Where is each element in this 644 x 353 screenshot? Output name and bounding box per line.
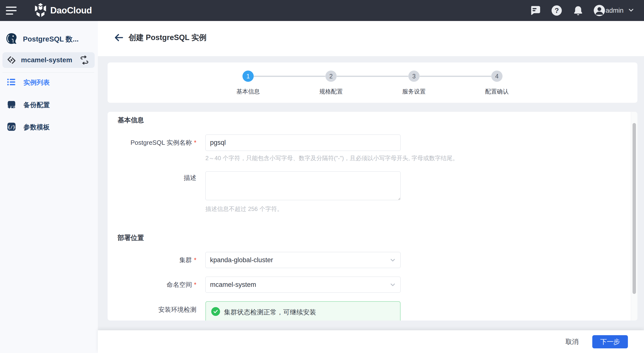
- form-panel: 基本信息 PostgreSQL 实例名称* 2～40 个字符，只能包含小写字母、…: [108, 112, 638, 320]
- scrollbar-thumb[interactable]: [632, 123, 636, 294]
- step-1-label: 基本信息: [206, 88, 290, 96]
- daocloud-logo-icon: [34, 3, 47, 18]
- namespace-select[interactable]: mcamel-system: [206, 277, 400, 293]
- step-2-label: 规格配置: [290, 88, 372, 96]
- product-header: PostgreSQL 数...: [0, 21, 98, 46]
- workspace-name: mcamel-system: [21, 56, 72, 64]
- notification-icon[interactable]: [572, 5, 584, 16]
- step-3-circle[interactable]: 3: [408, 71, 420, 82]
- app: DaoCloud ?: [0, 0, 644, 353]
- stepper-labels: 基本信息 规格配置 服务设置 配置确认: [206, 88, 538, 96]
- sidebar-divider: [2, 72, 94, 73]
- section-title-basic: 基本信息: [118, 116, 144, 125]
- topbar-actions: ? admin: [529, 5, 644, 16]
- sidebar-item-instance-list[interactable]: 实例列表: [0, 76, 98, 90]
- postgresql-logo-icon: [5, 33, 18, 46]
- page-title: 创建 PostgreSQL 实例: [128, 33, 206, 43]
- workspace-switcher[interactable]: mcamel-system: [2, 52, 95, 68]
- step-1-circle[interactable]: 1: [242, 71, 254, 82]
- step-4-label: 配置确认: [456, 88, 538, 96]
- next-button[interactable]: 下一步: [592, 335, 628, 348]
- svg-text:{/}: {/}: [8, 125, 15, 130]
- namespace-selected-value: mcamel-system: [210, 281, 256, 288]
- sidebar-item-label: 实例列表: [24, 78, 50, 87]
- workspace-icon: [7, 56, 16, 65]
- step-4-circle[interactable]: 4: [491, 71, 502, 82]
- chevron-down-icon: [628, 6, 635, 15]
- required-asterisk: *: [194, 139, 196, 146]
- brand: DaoCloud: [34, 3, 92, 18]
- required-asterisk: *: [194, 256, 196, 264]
- stepper-card: 1 2 3 4 基本信息 规格配置 服务设置 配置确认: [108, 63, 638, 103]
- namespace-field-label: 命名空间*: [108, 281, 196, 288]
- cluster-select[interactable]: kpanda-global-cluster: [206, 252, 400, 268]
- step-2-circle[interactable]: 2: [326, 71, 337, 82]
- env-check-result: 集群状态检测正常，可继续安装: [206, 301, 400, 320]
- user-menu[interactable]: admin: [594, 5, 635, 16]
- product-title: PostgreSQL 数...: [23, 35, 78, 44]
- instance-name-input[interactable]: [206, 135, 400, 151]
- sidebar-item-parameter-template[interactable]: {/} 参数模板: [0, 120, 98, 134]
- main-content: 创建 PostgreSQL 实例 1 2 3 4 基本信息 规格配置 服务设置 …: [98, 21, 644, 353]
- section-title-deploy: 部署位置: [118, 233, 144, 242]
- cancel-button[interactable]: 取消: [566, 337, 578, 346]
- scrollbar[interactable]: [631, 112, 638, 320]
- bottom-action-bar: 取消 下一步: [98, 330, 644, 353]
- workspace-swap-icon[interactable]: [80, 56, 89, 65]
- menu-icon[interactable]: [6, 4, 18, 17]
- message-icon[interactable]: [529, 5, 541, 16]
- chevron-down-icon: [388, 280, 397, 289]
- avatar: [594, 5, 605, 16]
- sidebar-item-label: 参数模板: [24, 123, 50, 132]
- topbar: DaoCloud ?: [0, 0, 644, 21]
- description-field-label: 描述: [108, 174, 196, 182]
- env-check-label: 安装环境检测: [108, 306, 196, 313]
- step-connector: [337, 76, 408, 77]
- sidebar-item-backup-config[interactable]: 备份配置: [0, 98, 98, 112]
- back-arrow-icon: [114, 32, 124, 43]
- cluster-field-label: 集群*: [108, 256, 196, 264]
- description-help-text: 描述信息不超过 256 个字符。: [206, 205, 283, 213]
- name-help-text: 2～40 个字符，只能包含小写字母、数字及分隔符("-")，且必须以小写字母开头…: [206, 154, 458, 162]
- env-check-message: 集群状态检测正常，可继续安装: [224, 308, 316, 317]
- step-connector: [420, 76, 491, 77]
- user-name: admin: [606, 7, 624, 15]
- stepper: 1 2 3 4: [242, 71, 502, 82]
- back-button[interactable]: [112, 31, 126, 45]
- help-icon[interactable]: ?: [551, 5, 562, 16]
- brand-name: DaoCloud: [50, 5, 92, 16]
- step-connector: [254, 76, 326, 77]
- description-textarea[interactable]: [206, 171, 400, 200]
- check-circle-icon: [211, 307, 220, 316]
- chevron-down-icon: [388, 256, 397, 264]
- braces-icon: {/}: [7, 122, 16, 132]
- cluster-selected-value: kpanda-global-cluster: [210, 256, 273, 264]
- page-header: 创建 PostgreSQL 实例: [98, 28, 206, 47]
- list-icon: [7, 77, 16, 88]
- backup-icon: [7, 100, 16, 110]
- name-field-label: PostgreSQL 实例名称*: [108, 139, 196, 146]
- step-3-label: 服务设置: [372, 88, 456, 96]
- required-asterisk: *: [194, 281, 196, 288]
- sidebar-item-label: 备份配置: [24, 101, 50, 109]
- sidebar: PostgreSQL 数... mcamel-system: [0, 21, 98, 353]
